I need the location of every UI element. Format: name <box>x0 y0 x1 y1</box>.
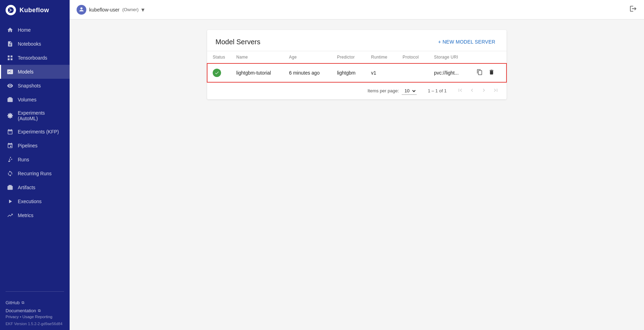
model-servers-card: Model Servers + NEW MODEL SERVER Status … <box>207 30 506 99</box>
row-name-cell: lightgbm-tutorial <box>231 63 283 82</box>
executions-icon <box>7 198 14 205</box>
row-storage-uri-cell: pvc://light... <box>429 63 470 82</box>
github-link[interactable]: GitHub ⧉ <box>6 299 64 307</box>
table-row: lightgbm-tutorial 6 minutes ago lightgbm… <box>207 63 506 82</box>
items-per-page-select[interactable]: 10 5 25 50 <box>402 87 417 95</box>
user-section[interactable]: kubeflow-user (Owner) ▾ <box>77 5 144 15</box>
card-header: Model Servers + NEW MODEL SERVER <box>207 30 506 51</box>
user-role: (Owner) <box>122 7 139 12</box>
card-title: Model Servers <box>215 38 260 46</box>
sidebar-item-volumes-label: Volumes <box>18 97 37 102</box>
external-link-icon: ⧉ <box>22 300 24 305</box>
topbar: kubeflow-user (Owner) ▾ <box>70 0 644 20</box>
col-age: Age <box>283 51 331 63</box>
svg-rect-3 <box>8 59 9 60</box>
items-per-page: Items per page: 10 5 25 50 <box>368 87 419 95</box>
table-body: lightgbm-tutorial 6 minutes ago lightgbm… <box>207 63 506 82</box>
first-page-button[interactable] <box>455 86 465 96</box>
home-icon <box>7 26 14 33</box>
sidebar-privacy-row: Privacy • Usage Reporting <box>6 315 64 319</box>
sidebar-item-pipelines-label: Pipelines <box>18 143 38 148</box>
sidebar-item-volumes[interactable]: Volumes <box>0 93 70 107</box>
documentation-label: Documentation <box>6 308 36 313</box>
sidebar-item-experiments-automl[interactable]: Experiments (AutoML) <box>0 107 70 125</box>
models-icon <box>7 68 14 75</box>
col-protocol: Protocol <box>397 51 429 63</box>
artifacts-icon <box>7 184 14 191</box>
logout-button[interactable] <box>629 5 637 14</box>
svg-rect-2 <box>11 55 13 57</box>
sidebar-item-runs-label: Runs <box>18 157 29 162</box>
sidebar-item-artifacts[interactable]: Artifacts <box>0 181 70 194</box>
sidebar-item-tensorboards[interactable]: Tensorboards <box>0 51 70 65</box>
volumes-icon <box>7 96 14 103</box>
sidebar-item-models-label: Models <box>18 69 33 75</box>
svg-rect-1 <box>8 55 9 57</box>
row-predictor-cell: lightgbm <box>331 63 366 82</box>
tensorboards-icon <box>7 54 14 61</box>
svg-point-6 <box>80 7 83 9</box>
sidebar-item-snapshots[interactable]: Snapshots <box>0 79 70 93</box>
col-runtime: Runtime <box>366 51 397 63</box>
table-header: Status Name Age Predictor Runtime Protoc… <box>207 51 506 63</box>
pagination-row: Items per page: 10 5 25 50 1 – 1 of 1 <box>207 82 506 99</box>
col-name: Name <box>231 51 283 63</box>
sidebar-item-pipelines[interactable]: Pipelines <box>0 139 70 153</box>
delete-button[interactable] <box>487 68 496 78</box>
next-page-button[interactable] <box>479 86 489 96</box>
app-name: Kubeflow <box>19 7 49 14</box>
page-nav-buttons <box>455 86 501 96</box>
user-dropdown-icon: ▾ <box>141 6 144 14</box>
github-label: GitHub <box>6 300 19 305</box>
new-model-server-button[interactable]: + NEW MODEL SERVER <box>435 37 498 47</box>
sidebar-item-runs[interactable]: Runs <box>0 153 70 167</box>
last-page-button[interactable] <box>490 86 501 96</box>
privacy-link[interactable]: Privacy <box>6 315 19 319</box>
prev-page-button[interactable] <box>467 86 477 96</box>
row-age-cell: 6 minutes ago <box>283 63 331 82</box>
sidebar-footer: GitHub ⧉ Documentation ⧉ Privacy • Usage… <box>0 294 70 330</box>
main-content: kubeflow-user (Owner) ▾ Model Servers + … <box>70 0 644 330</box>
sidebar: Kubeflow Home Notebooks Tensorboards <box>0 0 70 330</box>
sidebar-item-home-label: Home <box>18 27 31 33</box>
runs-icon <box>7 156 14 163</box>
sidebar-version: EKF Version 1.5.2-2-gd9ae56d84 <box>6 322 64 326</box>
sidebar-item-home[interactable]: Home <box>0 23 70 37</box>
sidebar-item-metrics[interactable]: Metrics <box>0 208 70 222</box>
row-actions-cell <box>470 63 506 82</box>
sidebar-nav: Home Notebooks Tensorboards Models <box>0 20 70 289</box>
sidebar-item-experiments-automl-label: Experiments (AutoML) <box>18 110 64 121</box>
page-area: Model Servers + NEW MODEL SERVER Status … <box>70 20 644 330</box>
kubeflow-logo-icon <box>6 5 16 15</box>
row-protocol-cell <box>397 63 429 82</box>
sidebar-item-models[interactable]: Models <box>0 65 70 79</box>
documentation-link[interactable]: Documentation ⧉ <box>6 307 64 315</box>
status-ok-icon <box>213 69 221 77</box>
sidebar-item-notebooks-label: Notebooks <box>18 41 41 47</box>
sidebar-item-experiments-kfp-label: Experiments (KFP) <box>18 129 59 135</box>
sidebar-item-artifacts-label: Artifacts <box>18 185 36 190</box>
sidebar-item-experiments-kfp[interactable]: Experiments (KFP) <box>0 125 70 139</box>
copy-button[interactable] <box>475 68 484 78</box>
col-actions <box>470 51 506 63</box>
sidebar-divider <box>6 291 64 292</box>
page-info: 1 – 1 of 1 <box>425 88 449 93</box>
metrics-icon <box>7 212 14 219</box>
sidebar-item-executions[interactable]: Executions <box>0 194 70 208</box>
col-predictor: Predictor <box>331 51 366 63</box>
sidebar-item-snapshots-label: Snapshots <box>18 83 41 89</box>
row-runtime-cell: v1 <box>366 63 397 82</box>
user-avatar <box>77 5 86 15</box>
sidebar-logo[interactable]: Kubeflow <box>0 0 70 20</box>
svg-rect-4 <box>11 59 13 60</box>
col-storage-uri: Storage URI <box>429 51 470 63</box>
usage-reporting-link[interactable]: Usage Reporting <box>22 315 52 319</box>
row-action-buttons <box>475 68 501 78</box>
items-per-page-label: Items per page: <box>368 88 399 93</box>
sidebar-item-executions-label: Executions <box>18 199 41 204</box>
sidebar-item-notebooks[interactable]: Notebooks <box>0 37 70 51</box>
recurring-runs-icon <box>7 170 14 177</box>
model-servers-table: Status Name Age Predictor Runtime Protoc… <box>207 51 506 82</box>
sidebar-item-recurring-runs-label: Recurring Runs <box>18 171 52 176</box>
sidebar-item-recurring-runs[interactable]: Recurring Runs <box>0 167 70 181</box>
